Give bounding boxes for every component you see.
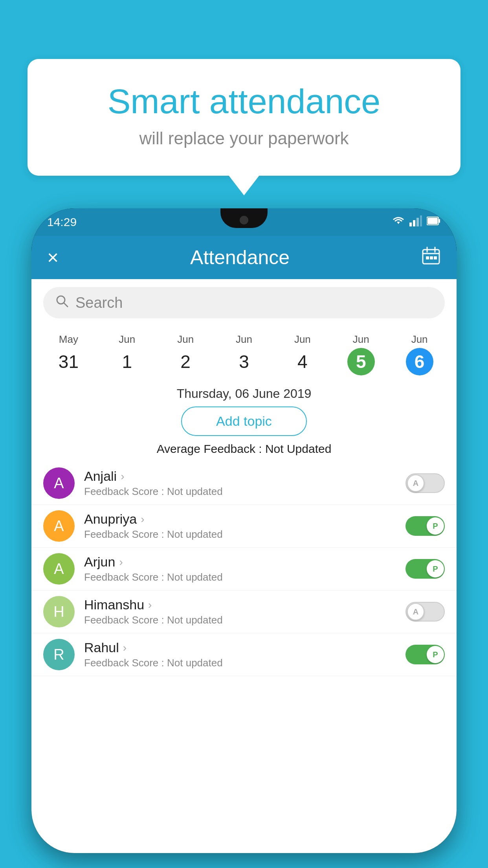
svg-rect-0 [409,223,412,226]
date-item[interactable]: Jun6 [390,330,449,379]
phone-frame: 14:29 [31,208,457,853]
wifi-icon [392,215,405,229]
student-item: AAnupriya ›Feedback Score : Not updatedP [31,505,457,548]
chevron-icon: › [141,513,144,526]
toggle-track: P [405,559,445,579]
avg-feedback: Average Feedback : Not Updated [31,442,457,456]
toggle-thumb: P [427,560,444,577]
date-number: 31 [55,348,82,375]
date-item[interactable]: May31 [39,330,98,379]
student-item: RRahul ›Feedback Score : Not updatedP [31,633,457,676]
student-feedback: Feedback Score : Not updated [84,614,405,626]
toggle-thumb: P [427,646,444,663]
status-time: 14:29 [47,215,77,229]
date-item[interactable]: Jun2 [156,330,215,379]
student-info: Arjun ›Feedback Score : Not updated [84,554,405,583]
student-avatar: A [43,510,75,542]
app-header: × Attendance [31,236,457,279]
toggle-track: A [405,473,445,493]
date-month: Jun [216,333,272,346]
date-item[interactable]: Jun5 [332,330,390,379]
search-icon [55,294,69,312]
toggle-track: A [405,602,445,622]
phone-content: Search May31Jun1Jun2Jun3Jun4Jun5Jun6 Thu… [31,279,457,853]
toggle-thumb: P [427,517,444,535]
date-month: Jun [392,333,447,346]
student-name[interactable]: Anjali › [84,469,405,484]
search-bar[interactable]: Search [43,287,445,318]
date-month: Jun [275,333,330,346]
student-feedback: Feedback Score : Not updated [84,485,405,498]
student-name[interactable]: Rahul › [84,640,405,655]
date-number: 2 [172,348,199,375]
date-month: May [41,333,96,346]
student-info: Anjali ›Feedback Score : Not updated [84,469,405,498]
header-title: Attendance [190,246,290,269]
student-name[interactable]: Anupriya › [84,511,405,527]
avg-feedback-value: Not Updated [265,442,331,455]
toggle-thumb: A [407,603,424,620]
student-info: Anupriya ›Feedback Score : Not updated [84,511,405,541]
date-number: 3 [230,348,258,375]
students-list: AAnjali ›Feedback Score : Not updatedAAA… [31,462,457,676]
date-item[interactable]: Jun4 [273,330,332,379]
front-camera [240,216,248,224]
student-info: Rahul ›Feedback Score : Not updated [84,640,405,669]
svg-rect-6 [427,218,438,224]
svg-rect-5 [438,219,440,223]
svg-line-15 [64,303,68,307]
date-number: 1 [113,348,141,375]
toggle-thumb: A [407,474,424,492]
student-avatar: H [43,596,75,627]
bubble-subtitle: will replace your paperwork [59,129,429,148]
student-feedback: Feedback Score : Not updated [84,657,405,669]
date-month: Jun [158,333,213,346]
student-item: AAnjali ›Feedback Score : Not updatedA [31,462,457,505]
student-name[interactable]: Himanshu › [84,597,405,612]
speech-bubble-container: Smart attendance will replace your paper… [28,59,460,176]
bubble-title: Smart attendance [59,83,429,121]
student-avatar: A [43,467,75,499]
svg-rect-2 [416,218,419,226]
date-number: 6 [406,348,433,375]
chevron-icon: › [121,470,124,483]
student-item: AArjun ›Feedback Score : Not updatedP [31,548,457,590]
date-month: Jun [99,333,155,346]
toggle-track: P [405,645,445,664]
toggle-track: P [405,516,445,536]
attendance-toggle[interactable]: P [405,559,445,579]
date-item[interactable]: Jun3 [215,330,273,379]
date-item[interactable]: Jun1 [98,330,156,379]
student-avatar: A [43,553,75,585]
student-feedback: Feedback Score : Not updated [84,571,405,583]
student-item: HHimanshu ›Feedback Score : Not updatedA [31,590,457,633]
chevron-icon: › [148,599,152,611]
add-topic-button[interactable]: Add topic [181,406,307,436]
attendance-toggle[interactable]: P [405,645,445,664]
svg-rect-1 [413,220,415,226]
student-feedback: Feedback Score : Not updated [84,528,405,541]
calendar-icon[interactable] [421,246,441,269]
speech-bubble: Smart attendance will replace your paper… [28,59,460,176]
svg-rect-13 [434,256,437,259]
attendance-toggle[interactable]: A [405,602,445,622]
search-placeholder: Search [75,294,123,311]
date-strip: May31Jun1Jun2Jun3Jun4Jun5Jun6 [31,326,457,383]
attendance-toggle[interactable]: P [405,516,445,536]
avg-feedback-label: Average Feedback : [157,442,262,455]
student-name[interactable]: Arjun › [84,554,405,570]
date-month: Jun [333,333,389,346]
signal-icon [409,215,422,229]
date-number: 5 [347,348,375,375]
close-button[interactable]: × [47,246,59,269]
date-number: 4 [289,348,316,375]
selected-date: Thursday, 06 June 2019 [31,386,457,401]
svg-rect-12 [430,256,433,259]
chevron-icon: › [119,556,123,568]
svg-rect-3 [420,215,422,226]
chevron-icon: › [123,642,127,654]
student-avatar: R [43,639,75,670]
attendance-toggle[interactable]: A [405,473,445,493]
battery-icon [427,216,441,228]
status-icons [392,215,441,229]
